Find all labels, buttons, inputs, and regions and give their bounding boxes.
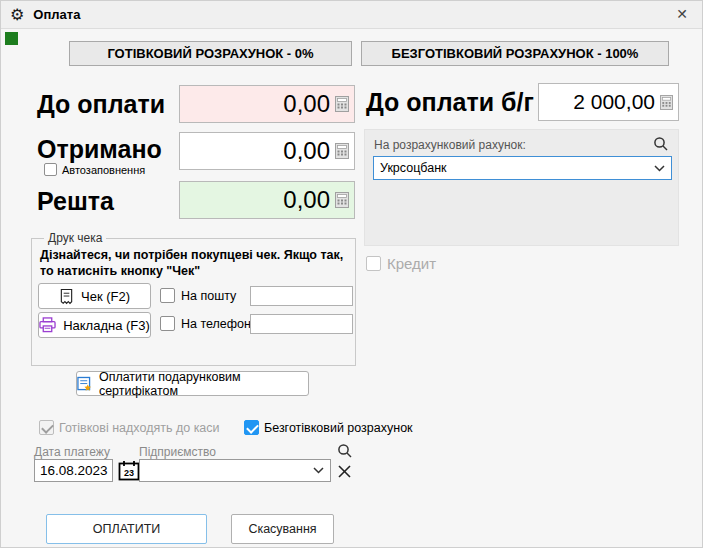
search-icon[interactable]: [653, 136, 669, 152]
receipt-groupbox: Друк чека Дізнайтеся, чи потрібен покупц…: [31, 238, 356, 366]
cash-payment-tab[interactable]: ГОТІВКОВИЙ РОЗРАХУНОК - 0%: [69, 41, 352, 66]
phone-label: На телефон: [181, 317, 251, 331]
calculator-icon[interactable]: [335, 143, 349, 159]
autofill-checkbox[interactable]: [44, 163, 57, 176]
calculator-icon[interactable]: [335, 192, 349, 208]
cashless-payment-tab[interactable]: БЕЗГОТІВКОВИЙ РОЗРАХУНОК - 100%: [361, 41, 669, 66]
gift-certificate-button-label: Оплатити подарунковим сертифікатом: [99, 370, 308, 398]
change-field[interactable]: 0,00: [179, 181, 355, 219]
status-square: [5, 32, 18, 45]
title-bar: ⚙ Оплата ✕: [1, 1, 702, 29]
email-option: На пошту: [160, 288, 236, 303]
cash-to-register-option: Готівкові надходять до каси: [39, 420, 220, 435]
credit-option: Кредит: [366, 255, 436, 272]
received-value: 0,00: [283, 137, 330, 165]
date-label: Дата платежу: [34, 445, 110, 459]
receipt-groupbox-legend: Друк чека: [44, 231, 106, 245]
phone-option: На телефон: [160, 316, 251, 331]
email-input[interactable]: [250, 286, 353, 306]
to-pay-value: 0,00: [283, 90, 330, 118]
autofill-option: Автозаповнення: [44, 163, 145, 176]
receipt-icon: [59, 288, 74, 305]
cashless-label: Безготівковий розрахунок: [264, 421, 413, 435]
cashless-checkbox[interactable]: [244, 420, 259, 435]
cashless-to-pay-field[interactable]: 2 000,00: [538, 83, 679, 121]
gear-icon: ⚙: [10, 5, 24, 24]
autofill-label: Автозаповнення: [62, 164, 145, 176]
credit-label: Кредит: [387, 255, 436, 272]
cashless-to-pay-label: До оплати б/г: [366, 88, 534, 117]
date-input[interactable]: 16.08.2023: [34, 459, 113, 482]
cash-to-register-label: Готівкові надходять до каси: [59, 421, 220, 435]
gift-certificate-button[interactable]: Оплатити подарунковим сертифікатом: [76, 371, 309, 396]
email-checkbox[interactable]: [160, 288, 175, 303]
calendar-icon: 23: [118, 460, 140, 481]
clear-icon[interactable]: [337, 464, 352, 479]
cash-to-register-checkbox: [39, 420, 54, 435]
date-value: 16.08.2023: [40, 463, 108, 478]
enterprise-combobox[interactable]: [139, 459, 331, 482]
receipt-button[interactable]: Чек (F2): [38, 283, 151, 309]
pay-button[interactable]: ОПЛАТИТИ: [46, 514, 207, 544]
invoice-button[interactable]: Накладна (F3): [38, 312, 151, 338]
chevron-down-icon: [313, 467, 324, 474]
window-title: Оплата: [33, 7, 80, 22]
close-icon[interactable]: ✕: [676, 6, 688, 22]
change-value: 0,00: [283, 186, 330, 214]
received-label: Отримано: [37, 135, 162, 164]
calendar-button[interactable]: 23: [116, 459, 141, 482]
account-combobox[interactable]: Укрсоцбанк: [373, 156, 672, 180]
cashless-option: Безготівковий розрахунок: [244, 420, 413, 435]
credit-checkbox: [366, 256, 381, 271]
account-value: Укрсоцбанк: [380, 161, 447, 175]
chevron-down-icon: [654, 165, 665, 172]
cashless-to-pay-value: 2 000,00: [573, 90, 655, 114]
account-label: На розрахунковий рахунок:: [374, 138, 526, 152]
cancel-button[interactable]: Скасування: [231, 514, 334, 544]
calculator-icon[interactable]: [335, 96, 349, 112]
phone-input[interactable]: [250, 314, 353, 334]
account-panel: На розрахунковий рахунок: Укрсоцбанк: [364, 129, 679, 246]
enterprise-label: Підприємство: [139, 445, 216, 459]
email-label: На пошту: [181, 289, 236, 303]
to-pay-field[interactable]: 0,00: [179, 85, 355, 123]
phone-checkbox[interactable]: [160, 316, 175, 331]
to-pay-label: До оплати: [37, 90, 165, 119]
printer-icon: [39, 317, 56, 333]
receipt-hint: Дізнайтеся, чи потрібен покупцеві чек. Я…: [40, 247, 352, 280]
calculator-icon[interactable]: [660, 95, 673, 110]
certificate-icon: [77, 376, 92, 392]
search-icon[interactable]: [337, 443, 353, 459]
invoice-button-label: Накладна (F3): [63, 318, 150, 333]
receipt-button-label: Чек (F2): [81, 289, 130, 304]
received-field[interactable]: 0,00: [179, 132, 355, 170]
svg-text:23: 23: [123, 468, 133, 478]
payment-window: ⚙ Оплата ✕ ГОТІВКОВИЙ РОЗРАХУНОК - 0% БЕ…: [0, 0, 703, 548]
change-label: Решта: [37, 187, 114, 216]
